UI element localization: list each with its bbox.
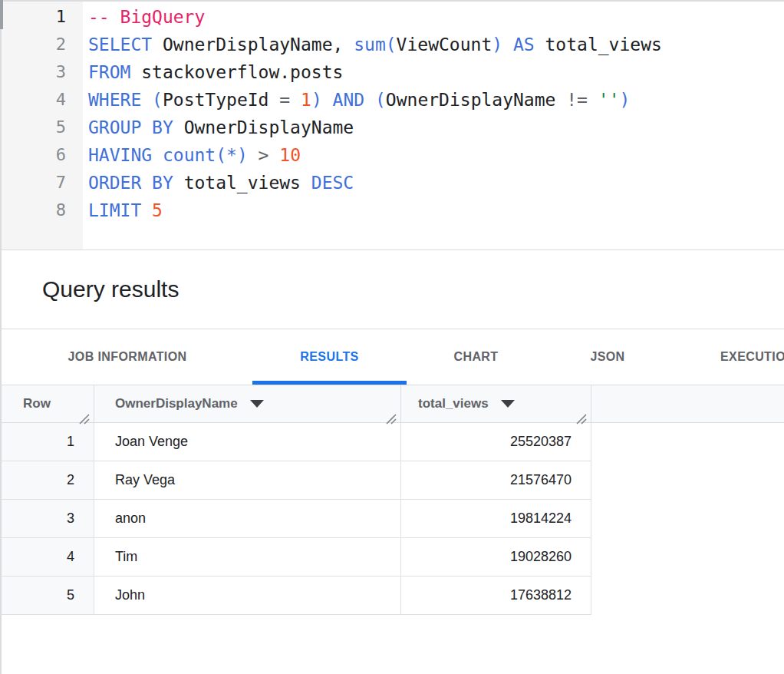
results-table: Row OwnerDisplayName total_views 1Joan V… [0,385,784,615]
code-token: sum [354,35,386,55]
line-number: 7 [0,169,83,197]
total-views-cell: 19814224 [401,500,591,538]
panel-left-border [0,0,2,674]
owner-display-name-cell: Joan Venge [94,423,401,461]
code-token: SELECT [88,35,152,55]
code-token: OwnerDisplayName [386,90,566,110]
editor-gutter: 12345678 [0,0,83,249]
table-row: 1Joan Venge25520387 [0,423,784,461]
row-number-cell: 4 [0,538,94,577]
code-token: HAVING [88,145,152,165]
code-token: total_views [173,173,311,193]
code-token: ORDER BY [88,173,173,193]
filler-cell [591,500,784,538]
code-line[interactable]: WHERE (PostTypeId = 1) AND (OwnerDisplay… [88,86,784,114]
total-views-cell: 17638812 [401,577,591,615]
column-label: total_views [418,396,489,411]
filler-cell [591,461,784,500]
code-line[interactable]: -- BigQuery [88,3,784,31]
code-token: ( [386,35,397,55]
code-token: 1 [301,90,311,110]
code-token: DESC [311,173,354,193]
code-token [141,200,152,220]
code-token: ( [152,90,163,110]
column-header-filler [591,385,784,422]
code-line[interactable]: HAVING count(*) > 10 [88,141,784,169]
code-token: ( [375,90,386,110]
code-token: OwnerDisplayName, [152,35,354,55]
code-line[interactable]: ORDER BY total_views DESC [88,169,784,197]
code-line[interactable]: SELECT OwnerDisplayName, sum(ViewCount) … [88,31,784,58]
row-number-cell: 3 [0,500,94,538]
results-table-header: Row OwnerDisplayName total_views [0,385,784,423]
tab-json[interactable]: JSON [557,329,658,385]
owner-display-name-cell: Ray Vega [94,461,401,500]
code-token [502,35,513,55]
code-token: OwnerDisplayName [173,117,354,137]
filler-cell [591,538,784,577]
filler-cell [591,423,784,461]
code-token [364,90,375,110]
code-token: (*) [216,145,248,165]
code-token: total_views [535,35,662,55]
tab-execution-details[interactable]: EXECUTION DETAILS [720,329,784,385]
row-number-cell: 2 [0,461,94,500]
code-token: ) [620,90,631,110]
code-token: count [163,145,216,165]
code-token [290,90,301,110]
code-token: AND [333,90,365,110]
code-token: FROM [88,62,130,82]
code-token: 5 [152,200,163,220]
sql-editor[interactable]: 12345678 -- BigQuerySELECT OwnerDisplayN… [0,0,784,250]
code-token: AS [513,35,535,55]
column-label: OwnerDisplayName [115,396,238,411]
code-token: -- BigQuery [88,7,205,27]
owner-display-name-cell: Tim [94,538,401,577]
line-number: 5 [0,114,83,141]
left-scrollbar-thumb[interactable] [0,0,3,29]
code-token [141,90,152,110]
line-number: 6 [0,141,83,169]
tab-chart[interactable]: CHART [425,329,527,385]
page-title: Query results [42,276,179,302]
active-tab-indicator [252,381,407,385]
code-line[interactable]: FROM stackoverflow.posts [88,58,784,86]
code-token: 10 [279,145,301,165]
column-menu-caret-icon[interactable] [501,400,515,408]
results-table-body: 1Joan Venge255203872Ray Vega215764703ano… [0,423,784,615]
table-row: 4Tim19028260 [0,538,784,577]
line-number: 1 [0,3,83,31]
code-token: stackoverflow.posts [130,62,343,82]
table-row: 2Ray Vega21576470 [0,461,784,500]
column-header-ownerdisplayname[interactable]: OwnerDisplayName [94,385,401,422]
filler-cell [591,577,784,615]
code-token: PostTypeId [163,90,279,110]
query-results-header: Query results [0,250,784,329]
code-line[interactable]: LIMIT 5 [88,197,784,224]
column-header-row: Row [0,385,94,422]
table-row: 5John17638812 [0,577,784,615]
tab-job-information[interactable]: JOB INFORMATION [21,329,233,385]
code-line[interactable]: GROUP BY OwnerDisplayName [88,114,784,141]
column-resize-handle[interactable] [575,413,588,425]
code-token: '' [598,90,620,110]
column-menu-caret-icon[interactable] [250,400,264,408]
code-token: LIMIT [88,200,141,220]
column-resize-handle[interactable] [78,413,91,425]
tab-results[interactable]: RESULTS [252,329,407,385]
total-views-cell: 25520387 [401,423,591,461]
column-label: Row [23,396,51,411]
row-number-cell: 5 [0,577,94,615]
code-token [268,145,279,165]
code-token: = [279,90,290,110]
editor-code[interactable]: -- BigQuerySELECT OwnerDisplayName, sum(… [83,0,784,249]
column-resize-handle[interactable] [385,413,397,425]
column-header-total-views[interactable]: total_views [401,385,591,422]
line-number: 2 [0,31,83,58]
total-views-cell: 21576470 [401,461,591,500]
code-token: ) [311,90,322,110]
line-number: 4 [0,86,83,114]
total-views-cell: 19028260 [401,538,591,577]
results-tab-bar: JOB INFORMATIONRESULTSCHARTJSONEXECUTION… [0,329,784,385]
code-token: WHERE [88,90,141,110]
